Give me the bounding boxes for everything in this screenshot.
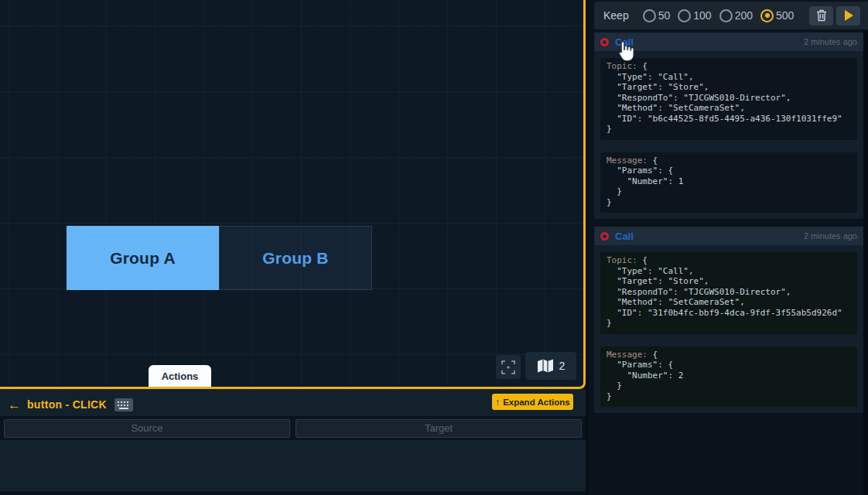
topic-json-text: { "Type": "Call", "Target": "Store", "Re… — [607, 61, 842, 134]
message-label: Message: — [607, 350, 648, 360]
topic-label: Topic: — [607, 255, 637, 265]
fit-view-button[interactable] — [496, 355, 521, 379]
minimap-button[interactable]: 2 — [525, 352, 576, 380]
record-ring-icon — [600, 38, 609, 46]
keep-option-50[interactable]: 50 — [643, 9, 671, 22]
trash-icon — [816, 9, 827, 22]
panel-bottom-edge — [0, 491, 586, 495]
action-title-row: ← button - CLICK — [8, 396, 133, 413]
keep-toolbar: Keep 50 100 200 500 — [594, 2, 868, 29]
radio-icon — [678, 9, 691, 22]
fit-view-icon — [501, 360, 515, 374]
keep-option-label: 50 — [658, 9, 671, 22]
keep-option-label: 500 — [776, 9, 794, 22]
group-b-button[interactable]: Group B — [219, 226, 372, 290]
message-timestamp: 2 minutes ago — [804, 231, 857, 241]
message-timestamp: 2 minutes ago — [804, 37, 857, 46]
message-json: Message: { "Params": { "Number": 2 } } — [600, 346, 857, 408]
record-ring-icon — [600, 232, 609, 241]
message-list: Call 2 minutes ago Topic: { "Type": "Cal… — [594, 32, 863, 413]
keep-option-200[interactable]: 200 — [719, 9, 753, 22]
keep-option-500[interactable]: 500 — [760, 9, 794, 22]
keep-option-100[interactable]: 100 — [678, 9, 711, 22]
scrollbar-track[interactable] — [863, 31, 868, 495]
tab-actions[interactable]: Actions — [149, 365, 211, 387]
message-type[interactable]: Call — [615, 36, 634, 48]
message-inspector-panel: Keep 50 100 200 500 — [588, 0, 868, 495]
radio-icon-selected — [760, 9, 774, 22]
topic-json: Topic: { "Type": "Call", "Target": "Stor… — [600, 58, 857, 140]
radio-icon — [719, 9, 733, 22]
message-type[interactable]: Call — [615, 230, 634, 242]
keep-option-label: 200 — [735, 9, 753, 22]
minimap-count: 2 — [559, 360, 566, 372]
topic-label: Topic: — [607, 61, 637, 71]
source-input[interactable] — [4, 419, 290, 438]
map-icon — [537, 359, 554, 374]
play-icon — [845, 10, 853, 21]
topic-json: Topic: { "Type": "Call", "Target": "Stor… — [600, 252, 857, 334]
keep-option-label: 100 — [693, 9, 711, 22]
message-card-body: Topic: { "Type": "Call", "Target": "Stor… — [594, 51, 863, 219]
action-title: button - CLICK — [27, 398, 107, 411]
message-card-header[interactable]: Call 2 minutes ago — [594, 227, 863, 245]
keyboard-icon — [114, 398, 133, 411]
radio-icon — [643, 9, 656, 22]
stage-canvas[interactable]: Group A Group B 2 Actions — [0, 0, 586, 389]
topic-json-text: { "Type": "Call", "Target": "Store", "Re… — [607, 255, 842, 328]
message-card[interactable]: Call 2 minutes ago Topic: { "Type": "Cal… — [594, 227, 863, 413]
message-json: Message: { "Params": { "Number": 1 } } — [600, 152, 857, 213]
group-a-button[interactable]: Group A — [67, 226, 219, 290]
action-editor-panel: ← button - CLICK ↑ Expand Actions — [0, 389, 586, 495]
source-target-row — [0, 416, 586, 440]
message-card[interactable]: Call 2 minutes ago Topic: { "Type": "Cal… — [594, 32, 863, 219]
expand-arrow-icon: ↑ — [495, 398, 500, 407]
expand-actions-label: Expand Actions — [503, 398, 569, 407]
back-arrow-icon[interactable]: ← — [8, 398, 21, 411]
play-button[interactable] — [836, 6, 860, 26]
message-label: Message: — [607, 155, 648, 166]
message-card-header[interactable]: Call 2 minutes ago — [594, 32, 863, 51]
target-input[interactable] — [296, 419, 582, 438]
app-screen: Group A Group B 2 Actions ← button - CLI… — [0, 0, 868, 495]
message-card-body: Topic: { "Type": "Call", "Target": "Stor… — [594, 245, 863, 413]
keep-label: Keep — [603, 9, 629, 22]
expand-actions-button[interactable]: ↑ Expand Actions — [492, 394, 573, 410]
clear-messages-button[interactable] — [809, 6, 833, 26]
